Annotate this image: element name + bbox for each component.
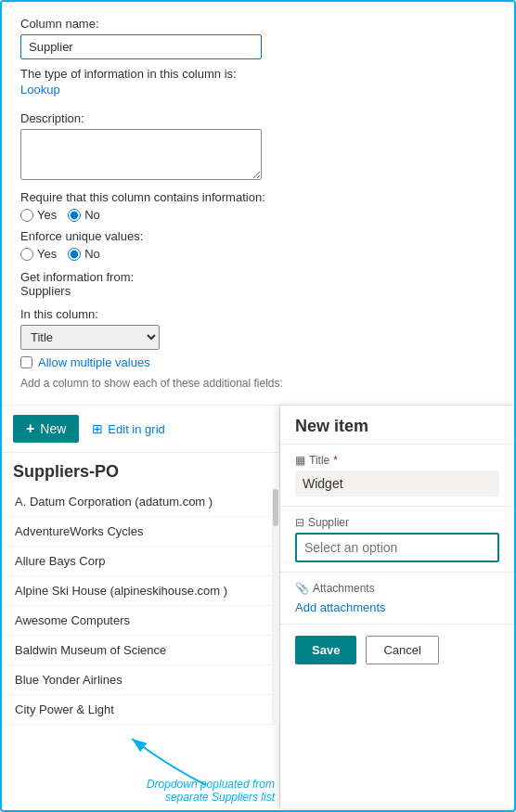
require-label: Require that this column contains inform… — [20, 190, 496, 204]
enforce-yes-label: Yes — [37, 247, 57, 261]
plus-icon: + — [26, 420, 34, 437]
in-column-select[interactable]: Title — [20, 325, 160, 350]
attachments-label: 📎 Attachments — [295, 582, 499, 595]
supplier-icon: ⊟ — [295, 516, 304, 529]
title-value: Widget — [295, 470, 499, 496]
get-info-label: Get information from: — [20, 270, 496, 284]
require-no-radio[interactable] — [68, 209, 81, 222]
form-actions: Save Cancel — [280, 625, 514, 676]
require-radio-row: Yes No — [20, 208, 496, 222]
bottom-section: + New ⊞ Edit in grid Suppliers-PO A. Dat… — [2, 406, 514, 808]
annotation-text: Dropdown popluated from separate Supplie… — [126, 778, 275, 804]
list-item[interactable]: A. Datum Corporation (adatum.com ) — [2, 487, 279, 517]
scroll-thumb — [273, 489, 278, 526]
title-icon: ▦ — [295, 454, 305, 467]
require-no-label: No — [84, 208, 100, 222]
list-item[interactable]: Blue Yonder Airlines — [2, 665, 279, 695]
enforce-yes-option[interactable]: Yes — [20, 247, 57, 261]
description-textarea[interactable] — [20, 129, 262, 180]
grid-icon: ⊞ — [92, 421, 103, 436]
enforce-radio-row: Yes No — [20, 247, 496, 261]
add-column-hint: Add a column to show each of these addit… — [20, 377, 496, 390]
add-attachments-button[interactable]: Add attachments — [295, 600, 386, 614]
supplier-field: ⊟ Supplier — [280, 507, 514, 573]
paperclip-icon: 📎 — [295, 582, 309, 595]
type-value: Lookup — [20, 83, 496, 97]
enforce-yes-radio[interactable] — [20, 248, 33, 261]
require-yes-radio[interactable] — [20, 209, 33, 222]
allow-multiple-row[interactable]: Allow multiple values — [20, 355, 496, 369]
enforce-group: Enforce unique values: Yes No — [20, 229, 496, 261]
column-name-label: Column name: — [20, 17, 496, 31]
require-group: Require that this column contains inform… — [20, 190, 496, 222]
left-panel: + New ⊞ Edit in grid Suppliers-PO A. Dat… — [2, 406, 280, 808]
list-item[interactable]: Alpine Ski House (alpineskihouse.com ) — [2, 576, 279, 606]
attachments-section: 📎 Attachments Add attachments — [280, 573, 514, 625]
edit-grid-label: Edit in grid — [108, 422, 164, 436]
scroll-track[interactable] — [272, 487, 279, 725]
get-info-value: Suppliers — [20, 284, 496, 298]
type-info-label: The type of information in this column i… — [20, 67, 496, 81]
new-button-label: New — [40, 421, 66, 436]
enforce-label: Enforce unique values: — [20, 229, 496, 243]
cancel-button[interactable]: Cancel — [366, 636, 438, 664]
list-scroll[interactable]: A. Datum Corporation (adatum.com ) Adven… — [2, 487, 279, 725]
require-yes-label: Yes — [37, 208, 57, 222]
right-panel: New item ▦ Title * Widget ⊟ Supplier 📎 — [280, 406, 514, 808]
allow-multiple-checkbox[interactable] — [20, 356, 32, 368]
description-label: Description: — [20, 111, 496, 125]
enforce-no-radio[interactable] — [68, 248, 81, 261]
supplier-select-input[interactable] — [295, 533, 499, 562]
list-item[interactable]: Baldwin Museum of Science — [2, 636, 279, 665]
list-title: Suppliers-PO — [2, 453, 279, 487]
list-item[interactable]: AdventureWorks Cycles — [2, 517, 279, 547]
supplier-field-label: ⊟ Supplier — [295, 516, 499, 529]
title-field-label: ▦ Title * — [295, 454, 499, 467]
new-button[interactable]: + New — [13, 415, 79, 443]
allow-multiple-label: Allow multiple values — [38, 355, 150, 369]
require-yes-option[interactable]: Yes — [20, 208, 57, 222]
list-item[interactable]: City Power & Light — [2, 695, 279, 725]
top-form-section: Column name: The type of information in … — [2, 2, 514, 406]
require-no-option[interactable]: No — [68, 208, 100, 222]
enforce-no-option[interactable]: No — [68, 247, 100, 261]
annotation-area: Dropdown popluated from separate Supplie… — [2, 725, 279, 808]
list-item[interactable]: Allure Bays Corp — [2, 547, 279, 576]
title-field: ▦ Title * Widget — [280, 445, 514, 507]
column-name-input[interactable] — [20, 34, 262, 59]
main-container: Column name: The type of information in … — [0, 0, 516, 812]
save-button[interactable]: Save — [295, 636, 356, 664]
edit-grid-button[interactable]: ⊞ Edit in grid — [86, 418, 170, 440]
new-item-header: New item — [280, 406, 514, 445]
title-required: * — [333, 454, 338, 467]
in-column-label: In this column: — [20, 307, 496, 321]
enforce-no-label: No — [84, 247, 100, 261]
toolbar: + New ⊞ Edit in grid — [2, 406, 279, 453]
list-item[interactable]: Awesome Computers — [2, 606, 279, 636]
